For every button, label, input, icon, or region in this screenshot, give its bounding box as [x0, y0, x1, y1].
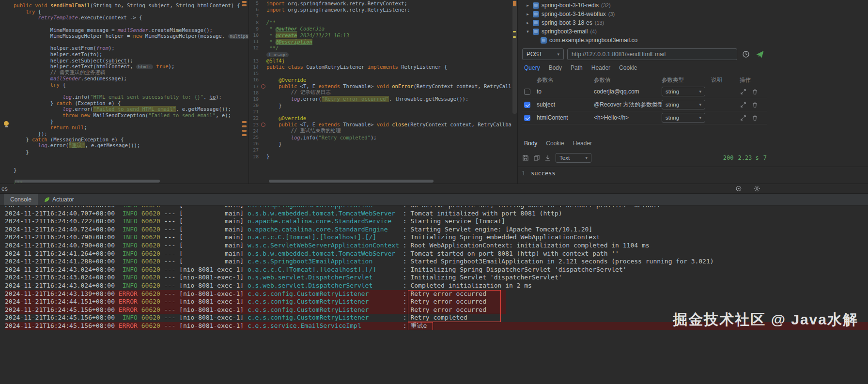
log-timestamp: 2024-11-21T16:24:40.790+08:00: [5, 233, 115, 241]
type-cell: string▾: [662, 113, 711, 123]
delete-icon[interactable]: [751, 114, 758, 121]
table-row: tocoderjia@qq.comstring▾: [522, 85, 767, 98]
expand-icon[interactable]: [740, 114, 746, 121]
expand-icon[interactable]: [740, 101, 746, 108]
console-output[interactable]: 2024-11-21T16:24:39.598+08:00INFO 60620 …: [0, 206, 868, 384]
module-icon: [541, 37, 547, 44]
scrollbar-thumb[interactable]: [512, 0, 517, 114]
request-tab-cookie[interactable]: Cookie: [619, 64, 637, 71]
log-logger: c.e.s.config.CustomRetryListener: [248, 306, 399, 314]
param-name-cell[interactable]: htmlContent: [537, 114, 594, 121]
response-area[interactable]: 1 success: [518, 167, 868, 184]
response-tab-header[interactable]: Header: [573, 140, 592, 147]
param-name-cell[interactable]: subject: [537, 101, 594, 108]
code-line: 21: [249, 108, 517, 115]
override-marker-icon[interactable]: [260, 84, 266, 89]
gutter-spacer: [260, 96, 266, 102]
send-icon[interactable]: [755, 49, 765, 60]
response-tab-body[interactable]: Body: [524, 140, 537, 147]
response-body-text: success: [531, 170, 556, 177]
download-icon[interactable]: [544, 154, 551, 161]
tree-item[interactable]: ▾springboot3-email(4): [521, 27, 773, 36]
param-type-select[interactable]: string▾: [662, 87, 705, 96]
gear-icon[interactable]: [754, 185, 760, 192]
horizontal-scrollbar[interactable]: [15, 180, 160, 183]
delete-icon[interactable]: [751, 88, 758, 95]
param-type-select[interactable]: string▾: [662, 100, 705, 109]
code-text: try {: [14, 9, 41, 15]
save-icon[interactable]: [522, 154, 529, 161]
log-logger: o.s.b.w.embedded.tomcat.TomcatWebServer: [248, 250, 399, 258]
log-level: ERROR: [115, 322, 138, 330]
chevron-right-icon[interactable]: ▸: [525, 20, 530, 25]
response-tab-cookie[interactable]: Cookie: [546, 140, 564, 147]
request-tab-body[interactable]: Body: [549, 64, 562, 71]
code-text: * @Description: [266, 39, 312, 45]
format-select[interactable]: Text ▾: [556, 153, 591, 163]
log-message: Tomcat started on port 8081 (http) with …: [410, 250, 619, 257]
param-checkbox[interactable]: [524, 102, 530, 108]
log-logger: o.apache.catalina.core.StandardService: [248, 217, 399, 226]
param-header-cell: 操作: [740, 77, 767, 84]
line-number: 11: [249, 39, 260, 44]
code-line: try {: [14, 82, 248, 88]
request-tab-header[interactable]: Header: [591, 64, 610, 71]
code-editor-left[interactable]: public void sendHtmlEmail(String to, Str…: [0, 0, 249, 184]
tree-item[interactable]: ▸spring-boot-3-10-redis(32): [521, 1, 773, 10]
code-line: 1 usage: [249, 51, 517, 58]
spring-leaf-icon: [44, 197, 50, 202]
chevron-down-icon[interactable]: ▾: [525, 29, 530, 34]
param-value-cell[interactable]: <h>Hello</h>: [594, 114, 662, 121]
copy-icon[interactable]: [533, 154, 540, 161]
tree-item[interactable]: ▸spring-boot-3-18-es(13): [521, 18, 773, 27]
tree-item-label: springboot3-email: [542, 28, 588, 35]
log-pid: 60620: [141, 226, 160, 233]
expand-icon[interactable]: [740, 88, 746, 95]
code-line: log.info("HTML email sent successfully t…: [14, 94, 248, 100]
override-marker-icon[interactable]: [260, 122, 266, 127]
toolwindow-strip: es: [0, 184, 868, 194]
tree-item[interactable]: com.example.springboot3email.co: [521, 36, 773, 45]
console-tab-actuator[interactable]: Actuator: [38, 194, 80, 205]
url-input[interactable]: http://127.0.0.1:8081/sendHtmlEmail: [567, 48, 737, 60]
param-checkbox[interactable]: [524, 89, 530, 95]
code-text: });: [14, 131, 47, 137]
code-line: 17 public <T, E extends Throwable> void …: [249, 83, 517, 89]
vertical-scrollbar[interactable]: [512, 0, 517, 184]
code-text: }: [14, 149, 29, 155]
line-number: 5: [249, 0, 260, 6]
log-timestamp: 2024-11-21T16:24:43.024+08:00: [5, 274, 115, 281]
line-number: 17: [249, 84, 260, 89]
code-line: 5import org.springframework.retry.RetryC…: [249, 0, 517, 6]
code-line: log.error("Failed to send HTML email", e…: [14, 106, 248, 112]
code-lines-middle: 5import org.springframework.retry.RetryC…: [249, 0, 517, 160]
horizontal-scrollbar[interactable]: [269, 180, 434, 183]
delete-icon[interactable]: [751, 101, 758, 108]
gutter-spacer: [260, 154, 266, 159]
log-logger: c.e.s.config.CustomRetryListener: [248, 290, 399, 298]
console-tab-console[interactable]: Console: [4, 194, 38, 205]
param-name-cell[interactable]: to: [537, 88, 594, 95]
param-type-select[interactable]: string▾: [662, 113, 705, 123]
method-select[interactable]: POST ▾: [522, 48, 564, 60]
code-line: 13@Slf4j: [249, 58, 517, 64]
param-value-cell[interactable]: @Recover 方法的参数类型与返: [594, 101, 662, 109]
code-editor-middle[interactable]: 5import org.springframework.retry.RetryC…: [249, 0, 518, 184]
tree-item[interactable]: ▸spring-boot-3-16-webflux(3): [521, 10, 773, 18]
request-tab-query[interactable]: Query: [524, 64, 540, 71]
status-code: 200: [723, 154, 734, 161]
code-line: 12 **/: [249, 45, 517, 51]
console-line: 2024-11-21T16:24:41.288+08:00INFO 60620 …: [5, 258, 868, 266]
request-tab-path[interactable]: Path: [571, 64, 583, 71]
intention-bulb-icon[interactable]: [4, 121, 9, 126]
target-icon[interactable]: [735, 185, 742, 192]
param-checkbox[interactable]: [524, 115, 530, 121]
chevron-right-icon[interactable]: ▸: [525, 3, 530, 8]
log-pid: 60620: [141, 290, 160, 297]
chevron-right-icon[interactable]: ▸: [525, 12, 530, 16]
log-logger: o.a.c.c.C.[Tomcat].[localhost].[/]: [248, 233, 399, 242]
history-icon[interactable]: [741, 49, 751, 60]
code-text: } catch (Exception e) {: [14, 100, 121, 106]
code-text: // 重试结束后的处理: [266, 127, 341, 134]
param-value-cell[interactable]: coderjia@qq.com: [594, 88, 662, 95]
